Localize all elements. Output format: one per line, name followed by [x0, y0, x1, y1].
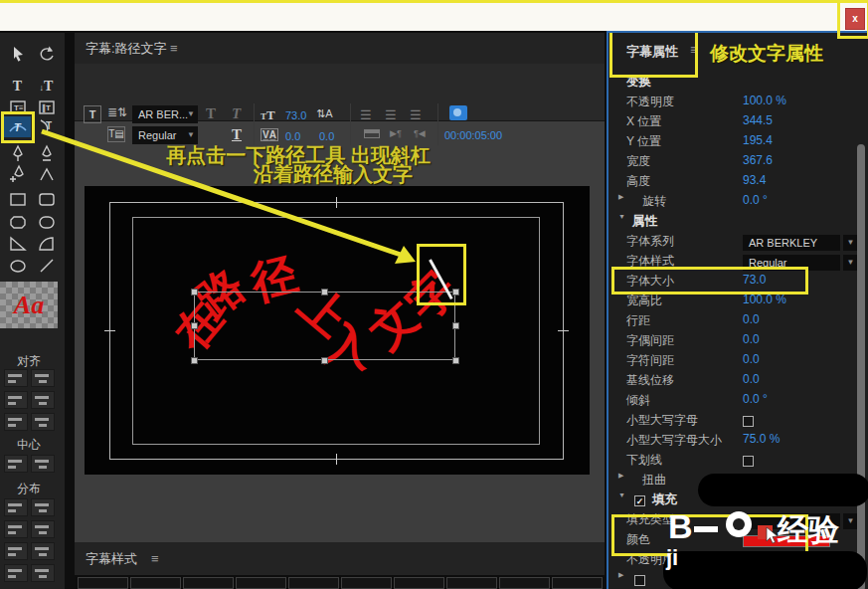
style-swatch-1[interactable] — [78, 577, 128, 589]
checkbox-下划线[interactable] — [743, 456, 754, 467]
tool-rectangle[interactable] — [4, 188, 31, 209]
expand-icon[interactable]: ▶ — [618, 571, 623, 579]
close-button[interactable]: x — [845, 8, 865, 30]
tool-delete-anchor[interactable] — [33, 143, 60, 164]
property-value[interactable]: 100.0 % — [743, 293, 786, 306]
tab-stops-icon[interactable] — [364, 129, 380, 138]
property-value[interactable]: 195.4 — [743, 133, 773, 147]
justify-left-icon[interactable]: ☰ — [360, 107, 372, 122]
justify-center-icon[interactable]: ☰ — [385, 107, 397, 122]
property-value[interactable]: 367.6 — [743, 153, 773, 167]
checkbox-obscured[interactable] — [634, 575, 645, 586]
selection-handle[interactable] — [452, 357, 459, 364]
kerning-value[interactable]: 0.0 — [285, 130, 300, 142]
tool-path-type[interactable]: T — [4, 116, 31, 137]
distribute-button-6[interactable] — [31, 542, 55, 560]
tool-type[interactable]: T — [4, 76, 31, 97]
background-video-timecode[interactable]: 00:00:05:00 — [444, 129, 502, 141]
selection-handle[interactable] — [191, 289, 198, 295]
distribute-button-3[interactable] — [4, 520, 28, 538]
style-swatch-9[interactable] — [499, 577, 550, 589]
property-dropdown[interactable] — [743, 513, 840, 529]
tool-area-type[interactable]: T≡ — [4, 97, 31, 117]
tool-rotation[interactable] — [33, 43, 60, 64]
distribute-button-4[interactable] — [31, 520, 55, 538]
checkbox-小型大写字母[interactable] — [743, 416, 754, 427]
roll-crawl-options-icon[interactable]: ≣⇅ — [107, 105, 127, 119]
distribute-button-5[interactable] — [4, 542, 28, 560]
tool-wedge[interactable] — [4, 233, 31, 254]
tool-vertical-path-type[interactable]: T — [33, 116, 60, 137]
collapse-icon[interactable]: ▼ — [618, 491, 625, 498]
selection-handle[interactable] — [321, 357, 328, 364]
align-button-6[interactable] — [31, 413, 55, 431]
property-value[interactable]: 0.0 ° — [743, 193, 768, 207]
dropdown-chevron-icon[interactable]: ▼ — [843, 235, 858, 251]
bold-button[interactable]: T — [206, 105, 216, 122]
font-size-value[interactable]: 73.0 — [285, 109, 306, 121]
tool-arc[interactable] — [33, 233, 60, 254]
tool-rounded-rectangle[interactable] — [33, 211, 60, 232]
selection-handle[interactable] — [191, 322, 198, 329]
center-button-1[interactable] — [4, 455, 28, 473]
distribute-button-2[interactable] — [31, 498, 55, 516]
property-value[interactable]: 0.0 — [743, 332, 760, 346]
font-family-dropdown[interactable]: AR BER...▼ — [132, 105, 198, 123]
property-value[interactable]: 75.0 % — [743, 432, 780, 446]
tool-rounded-corner-rectangle[interactable] — [33, 188, 60, 209]
selection-handle[interactable] — [191, 357, 198, 364]
selection-handle[interactable] — [452, 322, 459, 329]
property-value[interactable]: 0.0 — [743, 312, 760, 326]
align-button-2[interactable] — [31, 369, 55, 387]
italic-button[interactable]: T — [232, 105, 241, 122]
leading-value[interactable]: 0.0 — [319, 130, 334, 142]
tool-selection[interactable] — [4, 43, 31, 64]
property-value[interactable]: 344.5 — [743, 113, 773, 127]
new-title-icon[interactable]: T — [84, 105, 101, 123]
properties-scrollbar[interactable] — [857, 144, 865, 589]
tool-vertical-area-type[interactable]: ∥T — [33, 97, 60, 117]
selection-handle[interactable] — [321, 289, 328, 295]
property-value[interactable]: 0.0 — [743, 352, 760, 366]
distribute-button-8[interactable] — [31, 564, 55, 582]
property-dropdown[interactable]: AR BERKLEY — [743, 235, 840, 251]
selection-handle[interactable] — [452, 289, 459, 295]
property-value[interactable]: 0.0 ° — [743, 392, 768, 406]
insert-left-tab-icon[interactable]: ▶¶ — [390, 128, 402, 138]
properties-panel-menu-icon[interactable]: ≡ — [690, 43, 697, 57]
align-button-3[interactable] — [4, 391, 28, 409]
style-swatch-6[interactable] — [341, 577, 392, 589]
property-value[interactable]: 0.0 — [743, 372, 760, 386]
tool-line[interactable] — [33, 255, 60, 276]
style-swatch-4[interactable] — [236, 577, 286, 589]
collapse-icon[interactable]: ▼ — [618, 213, 625, 220]
templates-icon[interactable]: T▤ — [107, 126, 125, 142]
style-swatch-10[interactable] — [552, 577, 603, 589]
checkbox-填充[interactable]: ✓ — [634, 495, 645, 506]
color-swatch[interactable] — [743, 535, 830, 547]
title-style-preview[interactable]: Aa — [0, 282, 58, 328]
tool-add-anchor[interactable] — [4, 163, 31, 184]
tool-ellipse[interactable] — [4, 255, 31, 276]
text-selection-bounding-box[interactable] — [194, 292, 455, 360]
dropdown-chevron-icon[interactable]: ▼ — [843, 255, 858, 271]
property-dropdown[interactable]: Regular — [743, 255, 840, 271]
align-button-5[interactable] — [4, 413, 28, 431]
tool-convert-anchor[interactable] — [33, 163, 60, 184]
title-styles-menu-icon[interactable]: ≡ — [151, 542, 159, 575]
property-value[interactable]: 100.0 % — [743, 94, 786, 107]
style-swatch-8[interactable] — [446, 577, 497, 589]
dropdown-chevron-icon[interactable]: ▼ — [843, 513, 858, 529]
show-background-video-icon[interactable] — [449, 105, 467, 120]
insert-right-tab-icon[interactable]: ¶◀ — [414, 128, 426, 138]
style-swatch-2[interactable] — [130, 577, 181, 589]
tool-pen[interactable] — [4, 143, 31, 164]
distribute-button-1[interactable] — [4, 498, 28, 516]
style-swatch-5[interactable] — [288, 577, 339, 589]
panel-menu-icon[interactable]: ≡ — [170, 33, 178, 64]
style-swatch-3[interactable] — [183, 577, 234, 589]
expand-icon[interactable]: ▶ — [618, 472, 623, 480]
property-value[interactable]: 73.0 — [743, 273, 766, 287]
justify-right-icon[interactable]: ☰ — [410, 107, 422, 122]
property-value[interactable]: 93.4 — [743, 173, 766, 187]
